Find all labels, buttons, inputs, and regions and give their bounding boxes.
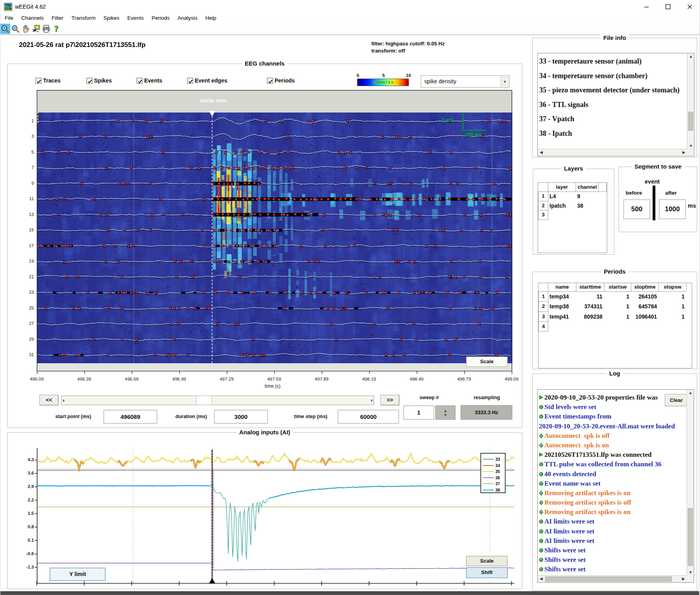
layers-cell[interactable]: 9 (576, 192, 599, 201)
menu-help[interactable]: Help (201, 13, 220, 21)
periods-row-3[interactable]: 3temp41809238110964011 (538, 312, 687, 322)
start-point-input[interactable]: 496089 (103, 410, 157, 424)
eeg-scale-button[interactable]: Scale (466, 357, 508, 367)
file-info-item[interactable]: 35 - piezo movement detector (under stom… (539, 86, 679, 101)
scrollbar-thumb[interactable] (688, 508, 693, 566)
scroll-down-icon[interactable]: ▼ (687, 143, 694, 149)
log-entry[interactable]: Event timestamps from (539, 413, 681, 422)
periods-cell[interactable]: 11 (576, 292, 604, 302)
scrollbar-thumb[interactable] (688, 112, 693, 131)
periods-cell[interactable]: temp38 (548, 302, 576, 312)
help-icon[interactable]: ? (51, 24, 62, 34)
log-entry[interactable]: Autoconnect spk is on (539, 441, 681, 451)
log-entry[interactable]: Removing artifact spikes is off (539, 499, 681, 508)
ai-shift-button[interactable]: Shift (466, 567, 508, 578)
scroll-up-icon[interactable]: ▲ (687, 390, 694, 396)
periods-cell[interactable]: 645784 (631, 302, 659, 312)
scroll-right-icon[interactable]: ▶ (680, 576, 687, 582)
layers-cell[interactable] (599, 201, 607, 211)
checkbox-box[interactable] (187, 78, 193, 84)
layers-cell[interactable]: 1 (538, 192, 548, 201)
periods-cell[interactable]: 1 (538, 292, 548, 302)
log-clear-button[interactable]: Clear (665, 394, 688, 406)
pan-icon[interactable] (21, 24, 31, 34)
log-entry[interactable]: AI limits were set (539, 527, 681, 537)
menu-events[interactable]: Events (123, 13, 147, 21)
periods-cell[interactable]: 374311 (576, 302, 604, 312)
log-entry[interactable]: AI limits were set (539, 537, 681, 546)
layers-row-3[interactable]: 3 (538, 210, 607, 220)
periods-cell[interactable]: 4 (538, 322, 548, 332)
layers-table[interactable]: layerchannel1L492Ipatch383 (538, 182, 607, 253)
analog-inputs-plot[interactable] (32, 446, 517, 588)
log-entry[interactable]: 2020-09-10_20-53-20.event-All.mat were l… (539, 422, 681, 432)
menu-transform[interactable]: Transform (68, 13, 100, 21)
periods-cell[interactable]: 1 (659, 312, 687, 322)
checkbox-box[interactable] (36, 78, 41, 84)
page-back-button[interactable]: << (40, 395, 58, 405)
file-info-hscrollbar[interactable]: ◀ ▶ (538, 149, 687, 156)
log-vscrollbar[interactable]: ▲ ▼ (687, 390, 694, 582)
ai-scale-button[interactable]: Scale (466, 556, 508, 566)
periods-cell[interactable] (576, 322, 604, 332)
scroll-down-icon[interactable]: ▼ (687, 569, 694, 576)
segment-before-input[interactable]: 500 (623, 199, 650, 219)
log-entry[interactable]: Shifts were set (539, 556, 681, 565)
sweep-number-input[interactable]: 1 (403, 405, 434, 420)
minimize-button[interactable] (643, 3, 650, 10)
log-entry[interactable]: 2020-09-10_20-53-20 properties file was (539, 394, 681, 403)
layers-cell[interactable] (599, 210, 607, 220)
data-cursor-icon[interactable] (31, 24, 41, 34)
periods-row-4[interactable]: 4 (538, 322, 687, 332)
time-scrollbar[interactable] (61, 396, 374, 405)
menu-analysis[interactable]: Analysis (173, 13, 201, 21)
periods-cell[interactable]: 264105 (631, 292, 659, 302)
log-entry[interactable]: TTL pulse was collected from channel 36 (539, 460, 681, 470)
eeg-heatmap-plot[interactable] (37, 90, 512, 375)
file-info-listbox[interactable]: 33 - temperetaure sensor (animal)34 - te… (537, 53, 694, 156)
duration-input[interactable]: 3000 (214, 410, 268, 424)
zoom-in-icon[interactable] (0, 24, 10, 34)
menu-file[interactable]: File (1, 13, 17, 21)
scroll-left-icon[interactable]: ◀ (538, 149, 545, 156)
file-info-vscrollbar[interactable]: ▲ ▼ (687, 53, 694, 156)
log-entry[interactable]: 40 events detected (539, 470, 681, 480)
spinner-down-icon[interactable]: ▼ (436, 413, 455, 417)
sweep-spinner[interactable]: ▲ ▼ (435, 405, 455, 420)
segment-after-input[interactable]: 1000 (659, 199, 686, 219)
zoom-out-icon[interactable] (10, 24, 21, 34)
file-info-item[interactable]: 34 - temperetaure sensor (chamber) (539, 72, 679, 86)
periods-cell[interactable]: temp41 (548, 312, 576, 322)
checkbox-box[interactable] (87, 78, 92, 84)
scrollbar-right-arrow[interactable] (371, 400, 373, 402)
layers-cell[interactable]: L4 (548, 192, 576, 201)
checkbox-box[interactable] (267, 78, 273, 84)
log-hscrollbar[interactable]: ◀ ▶ (538, 575, 687, 582)
checkbox-periods[interactable]: Periods (267, 77, 295, 84)
layers-row-2[interactable]: 2Ipatch38 (538, 201, 607, 211)
menu-periods[interactable]: Periods (148, 13, 174, 21)
periods-cell[interactable] (631, 322, 659, 332)
periods-cell[interactable]: 809238 (576, 312, 604, 322)
log-entry[interactable]: Removing artifact spikes is on (539, 489, 681, 499)
log-entry[interactable]: AI limits were set (539, 518, 681, 527)
chevron-down-icon[interactable]: ▾ (501, 76, 509, 87)
checkbox-box[interactable] (137, 78, 143, 84)
layers-cell[interactable] (548, 210, 576, 220)
display-mode-dropdown[interactable]: spike density ▾ (421, 75, 510, 88)
scroll-up-icon[interactable]: ▲ (687, 53, 694, 60)
scroll-right-icon[interactable]: ▶ (680, 149, 687, 156)
checkbox-events[interactable]: Events (137, 77, 162, 84)
periods-cell[interactable]: 3 (538, 312, 548, 322)
periods-cell[interactable]: 1 (659, 292, 687, 302)
maximize-button[interactable] (664, 3, 672, 10)
layers-cell[interactable] (599, 192, 607, 201)
periods-cell[interactable]: 1 (604, 292, 631, 302)
log-entry[interactable]: Std levels were set (539, 403, 681, 413)
checkbox-traces[interactable]: Traces (36, 77, 60, 84)
periods-cell[interactable]: 1 (659, 302, 687, 312)
file-info-item[interactable]: 33 - temperetaure sensor (animal) (539, 57, 679, 72)
periods-cell[interactable]: 1096401 (631, 312, 659, 322)
periods-cell[interactable]: 2 (538, 302, 548, 312)
time-step-input[interactable]: 60000 (338, 410, 399, 424)
